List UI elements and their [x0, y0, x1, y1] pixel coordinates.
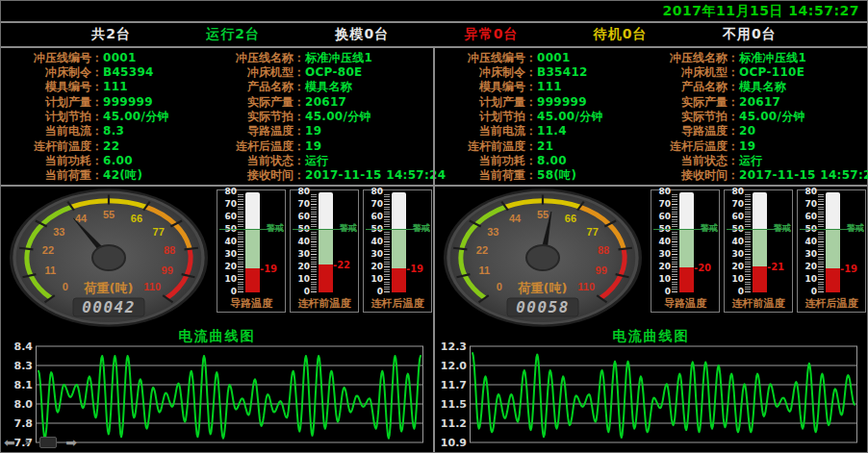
thermo-tick-marks — [745, 192, 751, 292]
info-label: 接收时间： — [647, 168, 739, 182]
info-label: 计划节拍： — [5, 110, 103, 123]
thermo-fill — [679, 267, 694, 292]
charts-row: 电流曲线图8.48.38.18.07.87.7 电流曲线图12.312.011.… — [1, 327, 867, 452]
thermo-tick-label: 30 — [725, 249, 744, 260]
thermo-tick-label: 10 — [798, 274, 817, 285]
thermo-tick-label: 80 — [217, 187, 237, 197]
info-value: B45394 — [103, 65, 154, 79]
info-row: 接收时间：2017-11-15 14:57:24 — [213, 168, 433, 182]
thermo-name-label: 连杆后温度 — [364, 296, 431, 311]
machine-1-current-chart: 电流曲线图8.48.38.18.07.87.7 — [1, 327, 433, 452]
info-value: 111 — [537, 80, 562, 93]
status-count-running[interactable]: 运行2台 — [206, 26, 260, 43]
info-label: 当前状态： — [213, 154, 305, 167]
thermo-tube — [392, 192, 406, 292]
info-value: 11.4 — [537, 124, 567, 138]
info-panels-row: 冲压线编号：0001冲床制令：B45394模具编号：111计划产量：999999… — [1, 48, 867, 185]
info-label: 冲压线名称： — [647, 51, 739, 64]
info-label: 计划产量： — [5, 95, 103, 109]
thermo-normal-zone — [753, 230, 767, 266]
info-label: 冲床机型： — [213, 65, 305, 79]
y-tick-label: 11.7 — [435, 379, 467, 391]
status-count-mold-change[interactable]: 换模0台 — [336, 26, 390, 43]
svg-text:22: 22 — [476, 244, 488, 256]
forward-arrow-icon[interactable]: ➡ — [65, 436, 77, 449]
svg-text:11: 11 — [44, 264, 56, 276]
gauge-odometer: 00042 — [82, 298, 136, 316]
info-row: 冲床制令：B35412 — [439, 65, 647, 79]
window-button-icon[interactable] — [39, 437, 57, 448]
info-value: 0001 — [103, 51, 137, 64]
machine-2-current-chart: 电流曲线图12.312.011.711.511.210.9 — [435, 327, 867, 452]
thermo-tick-label: 40 — [291, 237, 310, 247]
thermometer-scale-area: 80706050403020100警戒-20 — [651, 190, 719, 295]
thermometer-导路温度: 80706050403020100警戒-20导路温度 — [651, 189, 720, 313]
info-value: 模具名称 — [739, 80, 786, 93]
y-tick-label: 7.8 — [1, 417, 33, 430]
thermo-normal-zone — [679, 230, 694, 267]
status-count-abnormal[interactable]: 异常0台 — [465, 26, 519, 43]
info-value: 2017-11-15 14:57:24 — [305, 168, 446, 182]
thermo-tick-label: 30 — [364, 249, 383, 260]
svg-text:110: 110 — [577, 281, 595, 292]
back-arrow-icon[interactable]: ⬅ — [4, 436, 15, 449]
info-label: 模具编号： — [439, 80, 537, 93]
svg-text:0: 0 — [63, 281, 68, 292]
warn-threshold-label: 警戒 — [701, 222, 718, 235]
status-count-standby[interactable]: 待机0台 — [594, 26, 648, 43]
info-row: 产品名称：模具名称 — [647, 80, 867, 93]
warn-threshold-label: 警戒 — [847, 222, 864, 235]
info-row: 冲床机型：OCP-110E — [647, 65, 867, 79]
gauge-odometer: 00058 — [516, 298, 570, 316]
info-label: 接收时间： — [213, 168, 305, 182]
thermo-tick-label: 20 — [798, 262, 817, 272]
machine-1-info-panel: 冲压线编号：0001冲床制令：B45394模具编号：111计划产量：999999… — [1, 48, 433, 185]
current-line-plot — [36, 344, 425, 446]
info-row: 当前电流：8.3 — [5, 124, 213, 138]
thermo-value-label: -21 — [767, 262, 784, 272]
thermo-tick-marks — [818, 192, 824, 292]
info-column: 冲压线编号：0001冲床制令：B45394模具编号：111计划产量：999999… — [5, 50, 213, 183]
thermo-tick-label: 20 — [725, 262, 744, 272]
status-count-total[interactable]: 共2台 — [91, 26, 131, 43]
info-row: 实际节拍：45.00/分钟 — [647, 110, 867, 123]
load-gauge: 0112233445566778899110荷重(吨)00058 — [438, 187, 648, 327]
thermo-value-label: -20 — [694, 263, 711, 273]
info-column: 冲压线编号：0001冲床制令：B35412模具编号：111计划产量：999999… — [439, 50, 647, 183]
info-label: 实际节拍： — [213, 110, 305, 123]
info-row: 当前功耗：6.00 — [5, 154, 213, 167]
info-value: 8.3 — [103, 124, 124, 138]
thermo-tube — [245, 192, 260, 292]
info-row: 当前状态：运行 — [647, 154, 867, 167]
thermo-fill — [245, 268, 260, 292]
machine-2-gauges: 0112233445566778899110荷重(吨)0005880706050… — [435, 187, 867, 327]
info-value: 19 — [739, 139, 755, 153]
chart-y-axis-labels: 12.312.011.711.511.210.9 — [435, 344, 470, 446]
info-label: 冲床机型： — [647, 65, 739, 79]
info-row: 实际节拍：45.00/分钟 — [213, 110, 433, 123]
info-row: 当前状态：运行 — [213, 154, 433, 167]
info-label: 导路温度： — [647, 124, 739, 138]
thermo-normal-zone — [245, 230, 260, 268]
thermo-tick-label: 20 — [651, 262, 671, 272]
info-label: 当前功耗： — [439, 154, 537, 167]
thermometer-连杆后温度: 80706050403020100警戒-19连杆后温度 — [797, 189, 866, 313]
info-label: 计划节拍： — [439, 110, 537, 123]
info-row: 导路温度：20 — [647, 124, 867, 138]
info-row: 当前电流：11.4 — [439, 124, 647, 138]
gauge-title: 荷重(吨) — [84, 281, 134, 295]
y-tick-label: 12.3 — [435, 340, 467, 353]
info-row: 冲压线编号：0001 — [5, 51, 213, 64]
thermo-tick-label: 70 — [364, 199, 383, 210]
y-tick-label: 12.0 — [435, 360, 467, 372]
datetime-text: 2017年11月15日 14:57:27 — [663, 3, 859, 20]
current-line-plot — [470, 344, 859, 446]
info-row: 当前荷重：58(吨) — [439, 168, 647, 182]
thermo-tick-label: 80 — [725, 187, 744, 197]
cursor-arrow-icon[interactable]: ➤ — [24, 436, 32, 449]
thermo-tick-label: 20 — [291, 262, 310, 272]
thermo-tick-marks — [672, 192, 677, 292]
status-count-unused[interactable]: 不用0台 — [723, 26, 777, 43]
info-value: 20617 — [305, 95, 346, 109]
thermo-value-label: -19 — [840, 264, 857, 274]
